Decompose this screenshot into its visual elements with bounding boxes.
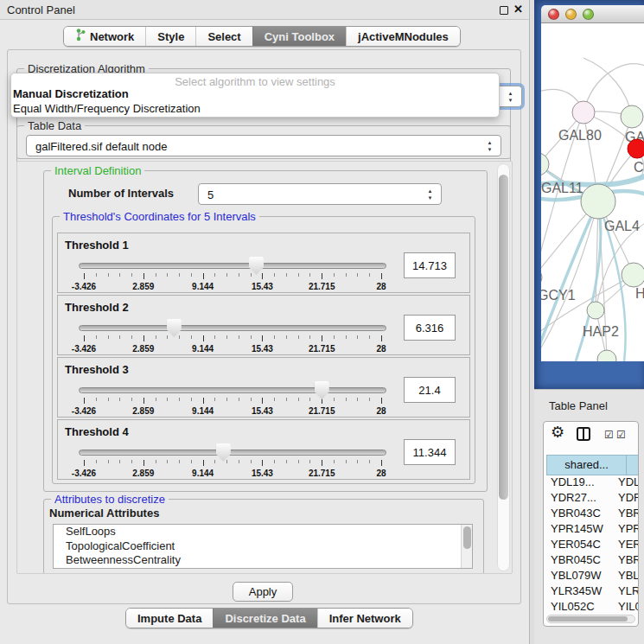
zoom-traffic-light-icon[interactable] bbox=[583, 9, 594, 20]
threshold-slider[interactable]: -3.4262.8599.14415.4321.71528 bbox=[79, 318, 386, 354]
axis-tick bbox=[381, 460, 382, 466]
table-data-group: Table Data galFiltered.sif default node … bbox=[16, 125, 511, 163]
checkbox-icon[interactable]: ☑ bbox=[604, 429, 614, 441]
settings-vertical-scrollbar[interactable] bbox=[497, 163, 510, 571]
slider-track[interactable] bbox=[79, 450, 386, 456]
attribute-item[interactable]: SelfLoops bbox=[54, 525, 472, 539]
tab-jactivemnodules[interactable]: jActiveMNodules bbox=[346, 27, 460, 46]
axis-tick-label: 21.715 bbox=[309, 282, 335, 291]
split-columns-icon[interactable] bbox=[577, 427, 590, 441]
slider-track[interactable] bbox=[79, 263, 386, 269]
table-row[interactable]: YLR345WYLR3 bbox=[544, 584, 638, 600]
attributes-scrollbar[interactable] bbox=[461, 525, 472, 568]
network-canvas[interactable]: GAL80GACGAL11GAL4GCY1HHAP2 bbox=[541, 23, 644, 361]
table-horizontal-scrollbar[interactable] bbox=[546, 615, 635, 623]
attribute-items: SelfLoopsTopologicalCoefficientBetweenne… bbox=[54, 525, 472, 568]
column-header-shared[interactable]: shared... bbox=[546, 455, 627, 475]
threshold-slider[interactable]: -3.4262.8599.14415.4321.71528 bbox=[79, 380, 386, 417]
axis-tick bbox=[84, 460, 85, 466]
network-node[interactable] bbox=[541, 269, 542, 286]
axis-tick bbox=[286, 460, 287, 463]
axis-tick-label: 15.43 bbox=[252, 282, 273, 291]
axis-tick bbox=[143, 273, 144, 279]
network-graph: GAL80GACGAL11GAL4GCY1HHAP2 bbox=[541, 23, 644, 361]
network-node[interactable] bbox=[581, 184, 615, 219]
tab-discretize-data[interactable]: Discretize Data bbox=[213, 609, 316, 628]
threshold-slider[interactable]: -3.4262.8599.14415.4321.71528 bbox=[79, 256, 386, 292]
table-row[interactable]: YBL079WYBL0 bbox=[544, 569, 638, 584]
network-node[interactable] bbox=[621, 105, 643, 128]
axis-tick bbox=[298, 273, 299, 277]
combo-arrows-icon: ▲▼ bbox=[507, 90, 514, 104]
axis-tick bbox=[214, 335, 215, 339]
axis-tick bbox=[108, 398, 109, 401]
axis-tick bbox=[119, 460, 120, 463]
table-row[interactable]: YBR045CYBR0 bbox=[544, 553, 638, 569]
table-hscrollbar-thumb[interactable] bbox=[548, 616, 628, 622]
tab-select[interactable]: Select bbox=[195, 27, 252, 46]
axis-tick bbox=[226, 273, 227, 277]
network-node[interactable] bbox=[587, 302, 604, 319]
threshold-value-field[interactable] bbox=[404, 439, 456, 465]
slider-track[interactable] bbox=[79, 325, 386, 331]
numerical-attributes-list[interactable]: SelfLoopsTopologicalCoefficientBetweenne… bbox=[53, 524, 473, 569]
table-row[interactable]: YIL052CYIL0 bbox=[544, 600, 638, 615]
slider-thumb[interactable] bbox=[249, 257, 264, 275]
threshold-value-field[interactable] bbox=[404, 315, 456, 341]
table-row[interactable]: YDL19...YDL1 bbox=[544, 475, 638, 491]
threshold-box: Threshold 1-3.4262.8599.14415.4321.71528 bbox=[57, 233, 470, 293]
top-tab-bar: NetworkStyleSelectCyni ToolboxjActiveMNo… bbox=[63, 26, 461, 47]
threshold-label: Threshold 3 bbox=[65, 363, 129, 376]
attribute-item[interactable]: TopologicalCoefficient bbox=[54, 539, 472, 554]
interval-definition-title: Interval Definition bbox=[51, 164, 144, 177]
table-row[interactable]: YER054CYER0 bbox=[544, 538, 638, 553]
axis-tick bbox=[357, 273, 358, 277]
network-node[interactable] bbox=[572, 101, 595, 124]
axis-tick-label: 28 bbox=[376, 406, 386, 416]
settings-scrollbar-thumb[interactable] bbox=[499, 175, 508, 500]
threshold-slider[interactable]: -3.4262.8599.14415.4321.71528 bbox=[79, 443, 386, 479]
checkbox-icon[interactable]: ☑ bbox=[616, 429, 626, 441]
axis-tick bbox=[346, 398, 347, 401]
algorithm-option[interactable]: Manual Discretization bbox=[13, 87, 129, 100]
slider-thumb[interactable] bbox=[216, 443, 231, 462]
float-window-icon[interactable] bbox=[500, 6, 508, 15]
threshold-value-field[interactable] bbox=[404, 252, 456, 278]
tab-impute-data[interactable]: Impute Data bbox=[126, 609, 213, 628]
axis-tick bbox=[274, 398, 275, 401]
axis-tick-label: 9.144 bbox=[192, 469, 214, 478]
threshold-value-field[interactable] bbox=[404, 377, 456, 403]
apply-button[interactable]: Apply bbox=[233, 582, 293, 602]
axis-tick bbox=[309, 335, 310, 339]
table-data-combobox[interactable]: galFiltered.sif default node ▲▼ bbox=[26, 135, 501, 156]
algorithm-popup-hint: Select algorithm to view settings bbox=[11, 75, 499, 88]
tab-style[interactable]: Style bbox=[145, 27, 195, 46]
axis-tick bbox=[309, 460, 310, 463]
close-icon[interactable]: ✕ bbox=[513, 3, 523, 16]
axis-tick bbox=[119, 398, 120, 401]
gear-icon[interactable]: ⚙ bbox=[551, 423, 564, 442]
tab-infer-network[interactable]: Infer Network bbox=[317, 609, 412, 628]
table-row[interactable]: YDR27...YDR2 bbox=[544, 491, 638, 507]
attribute-item[interactable]: BetweennessCentrality bbox=[54, 553, 472, 568]
axis-tick bbox=[214, 398, 215, 401]
close-traffic-light-icon[interactable] bbox=[548, 9, 559, 20]
network-node[interactable] bbox=[628, 139, 644, 158]
slider-track[interactable] bbox=[79, 387, 386, 393]
number-of-intervals-combobox[interactable]: 5 ▲▼ bbox=[198, 183, 442, 205]
attributes-scrollbar-thumb[interactable] bbox=[463, 526, 471, 549]
algorithm-option[interactable]: Equal Width/Frequency Discretization bbox=[13, 102, 201, 115]
minimize-traffic-light-icon[interactable] bbox=[565, 9, 577, 20]
cell-name: YLR3 bbox=[618, 584, 639, 597]
tab-label: Impute Data bbox=[137, 612, 201, 625]
table-row[interactable]: YPR145WYPR1 bbox=[544, 522, 638, 538]
network-node[interactable] bbox=[622, 263, 644, 287]
column-header-name[interactable]: n... bbox=[627, 455, 639, 475]
table-row[interactable]: YBR043CYBR0 bbox=[544, 507, 638, 522]
tab-cyni-toolbox[interactable]: Cyni Toolbox bbox=[252, 27, 346, 46]
slider-thumb[interactable] bbox=[167, 319, 182, 337]
slider-thumb[interactable] bbox=[315, 381, 329, 399]
network-node[interactable] bbox=[597, 350, 616, 361]
cell-name: YDR2 bbox=[618, 491, 639, 504]
tab-network[interactable]: Network bbox=[64, 27, 145, 46]
